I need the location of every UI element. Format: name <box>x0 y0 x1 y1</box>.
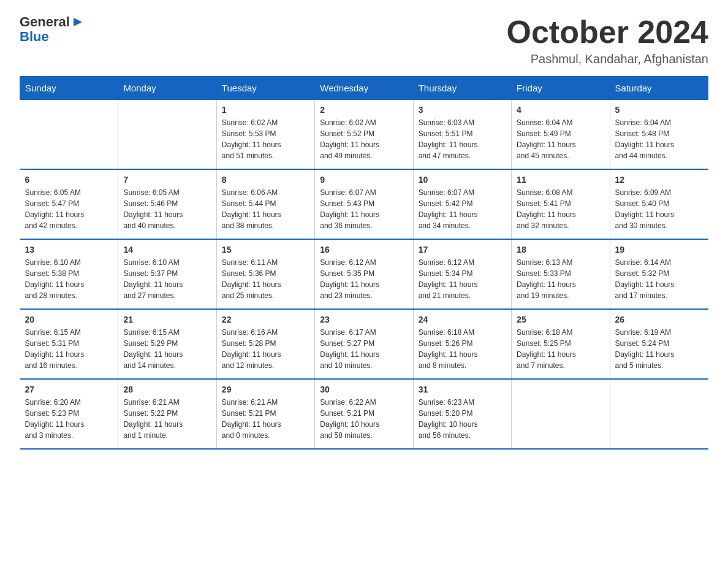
day-info: Sunrise: 6:04 AM Sunset: 5:48 PM Dayligh… <box>615 117 703 161</box>
day-number: 20 <box>25 315 113 324</box>
calendar-week-row: 1Sunrise: 6:02 AM Sunset: 5:53 PM Daylig… <box>20 100 708 170</box>
day-number: 21 <box>123 315 211 324</box>
day-number: 23 <box>320 315 408 324</box>
day-number: 18 <box>517 245 604 255</box>
day-info: Sunrise: 6:21 AM Sunset: 5:22 PM Dayligh… <box>123 397 211 441</box>
logo-blue: Blue <box>20 29 85 44</box>
day-number: 30 <box>320 385 408 394</box>
day-number: 29 <box>222 385 309 394</box>
day-number: 12 <box>615 175 703 185</box>
day-info: Sunrise: 6:06 AM Sunset: 5:44 PM Dayligh… <box>222 187 309 231</box>
day-number: 14 <box>123 245 211 255</box>
day-number: 11 <box>517 175 604 185</box>
day-info: Sunrise: 6:05 AM Sunset: 5:46 PM Dayligh… <box>123 187 211 231</box>
day-number: 4 <box>517 105 604 115</box>
day-info: Sunrise: 6:10 AM Sunset: 5:37 PM Dayligh… <box>123 257 211 301</box>
col-header-sunday: Sunday <box>20 77 118 100</box>
calendar-week-row: 13Sunrise: 6:10 AM Sunset: 5:38 PM Dayli… <box>20 239 708 309</box>
calendar-cell: 25Sunrise: 6:18 AM Sunset: 5:25 PM Dayli… <box>512 309 610 379</box>
calendar-cell <box>512 379 610 449</box>
calendar-table: SundayMondayTuesdayWednesdayThursdayFrid… <box>20 76 708 450</box>
calendar-cell <box>118 100 216 170</box>
day-number: 31 <box>419 385 506 394</box>
day-number: 17 <box>419 245 506 255</box>
day-info: Sunrise: 6:02 AM Sunset: 5:53 PM Dayligh… <box>222 117 309 161</box>
calendar-cell: 8Sunrise: 6:06 AM Sunset: 5:44 PM Daylig… <box>216 169 314 239</box>
calendar-cell: 24Sunrise: 6:18 AM Sunset: 5:26 PM Dayli… <box>413 309 511 379</box>
day-info: Sunrise: 6:21 AM Sunset: 5:21 PM Dayligh… <box>222 397 309 441</box>
calendar-cell: 4Sunrise: 6:04 AM Sunset: 5:49 PM Daylig… <box>512 100 610 170</box>
day-number: 13 <box>25 245 113 255</box>
day-number: 9 <box>320 175 408 185</box>
logo: General Blue <box>20 15 85 44</box>
day-info: Sunrise: 6:11 AM Sunset: 5:36 PM Dayligh… <box>222 257 309 301</box>
day-number: 7 <box>123 175 211 185</box>
day-info: Sunrise: 6:22 AM Sunset: 5:21 PM Dayligh… <box>320 397 408 441</box>
day-info: Sunrise: 6:07 AM Sunset: 5:42 PM Dayligh… <box>419 187 506 231</box>
calendar-cell: 27Sunrise: 6:20 AM Sunset: 5:23 PM Dayli… <box>20 379 118 449</box>
col-header-thursday: Thursday <box>413 77 511 100</box>
calendar-cell: 23Sunrise: 6:17 AM Sunset: 5:27 PM Dayli… <box>315 309 413 379</box>
calendar-cell: 20Sunrise: 6:15 AM Sunset: 5:31 PM Dayli… <box>20 309 118 379</box>
day-info: Sunrise: 6:08 AM Sunset: 5:41 PM Dayligh… <box>517 187 604 231</box>
title-block: October 2024 Pashmul, Kandahar, Afghanis… <box>507 15 709 66</box>
calendar-cell: 12Sunrise: 6:09 AM Sunset: 5:40 PM Dayli… <box>610 169 708 239</box>
col-header-wednesday: Wednesday <box>315 77 413 100</box>
calendar-cell: 3Sunrise: 6:03 AM Sunset: 5:51 PM Daylig… <box>413 100 511 170</box>
day-number: 2 <box>320 105 408 115</box>
day-number: 5 <box>615 105 703 115</box>
calendar-cell: 7Sunrise: 6:05 AM Sunset: 5:46 PM Daylig… <box>118 169 216 239</box>
calendar-cell: 6Sunrise: 6:05 AM Sunset: 5:47 PM Daylig… <box>20 169 118 239</box>
day-info: Sunrise: 6:03 AM Sunset: 5:51 PM Dayligh… <box>419 117 506 161</box>
calendar-cell: 28Sunrise: 6:21 AM Sunset: 5:22 PM Dayli… <box>118 379 216 449</box>
day-info: Sunrise: 6:10 AM Sunset: 5:38 PM Dayligh… <box>25 257 113 301</box>
calendar-cell: 30Sunrise: 6:22 AM Sunset: 5:21 PM Dayli… <box>315 379 413 449</box>
day-number: 1 <box>222 105 309 115</box>
calendar-cell: 2Sunrise: 6:02 AM Sunset: 5:52 PM Daylig… <box>315 100 413 170</box>
day-info: Sunrise: 6:14 AM Sunset: 5:32 PM Dayligh… <box>615 257 703 301</box>
day-number: 6 <box>25 175 113 185</box>
col-header-monday: Monday <box>118 77 216 100</box>
calendar-cell: 26Sunrise: 6:19 AM Sunset: 5:24 PM Dayli… <box>610 309 708 379</box>
day-number: 8 <box>222 175 309 185</box>
page-header: General Blue October 2024 Pashmul, Kanda… <box>20 15 708 66</box>
day-number: 26 <box>615 315 703 324</box>
calendar-cell: 22Sunrise: 6:16 AM Sunset: 5:28 PM Dayli… <box>216 309 314 379</box>
day-info: Sunrise: 6:12 AM Sunset: 5:34 PM Dayligh… <box>419 257 506 301</box>
day-number: 19 <box>615 245 703 255</box>
day-number: 28 <box>123 385 211 394</box>
day-number: 3 <box>419 105 506 115</box>
col-header-friday: Friday <box>512 77 610 100</box>
day-info: Sunrise: 6:20 AM Sunset: 5:23 PM Dayligh… <box>25 397 113 441</box>
day-info: Sunrise: 6:18 AM Sunset: 5:26 PM Dayligh… <box>419 327 506 371</box>
month-title: October 2024 <box>507 15 709 50</box>
calendar-cell <box>20 100 118 170</box>
col-header-tuesday: Tuesday <box>216 77 314 100</box>
calendar-cell: 21Sunrise: 6:15 AM Sunset: 5:29 PM Dayli… <box>118 309 216 379</box>
day-info: Sunrise: 6:07 AM Sunset: 5:43 PM Dayligh… <box>320 187 408 231</box>
calendar-cell <box>610 379 708 449</box>
day-number: 16 <box>320 245 408 255</box>
day-info: Sunrise: 6:19 AM Sunset: 5:24 PM Dayligh… <box>615 327 703 371</box>
day-info: Sunrise: 6:17 AM Sunset: 5:27 PM Dayligh… <box>320 327 408 371</box>
calendar-cell: 10Sunrise: 6:07 AM Sunset: 5:42 PM Dayli… <box>413 169 511 239</box>
col-header-saturday: Saturday <box>610 77 708 100</box>
day-number: 22 <box>222 315 309 324</box>
day-number: 24 <box>419 315 506 324</box>
day-info: Sunrise: 6:13 AM Sunset: 5:33 PM Dayligh… <box>517 257 604 301</box>
day-number: 27 <box>25 385 113 394</box>
calendar-cell: 14Sunrise: 6:10 AM Sunset: 5:37 PM Dayli… <box>118 239 216 309</box>
day-info: Sunrise: 6:15 AM Sunset: 5:29 PM Dayligh… <box>123 327 211 371</box>
calendar-week-row: 6Sunrise: 6:05 AM Sunset: 5:47 PM Daylig… <box>20 169 708 239</box>
calendar-cell: 17Sunrise: 6:12 AM Sunset: 5:34 PM Dayli… <box>413 239 511 309</box>
calendar-week-row: 20Sunrise: 6:15 AM Sunset: 5:31 PM Dayli… <box>20 309 708 379</box>
day-info: Sunrise: 6:12 AM Sunset: 5:35 PM Dayligh… <box>320 257 408 301</box>
day-info: Sunrise: 6:16 AM Sunset: 5:28 PM Dayligh… <box>222 327 309 371</box>
svg-marker-0 <box>74 18 82 26</box>
location-subtitle: Pashmul, Kandahar, Afghanistan <box>507 52 709 66</box>
logo-general: General <box>20 15 70 29</box>
calendar-cell: 9Sunrise: 6:07 AM Sunset: 5:43 PM Daylig… <box>315 169 413 239</box>
day-info: Sunrise: 6:18 AM Sunset: 5:25 PM Dayligh… <box>517 327 604 371</box>
calendar-cell: 1Sunrise: 6:02 AM Sunset: 5:53 PM Daylig… <box>216 100 314 170</box>
day-info: Sunrise: 6:04 AM Sunset: 5:49 PM Dayligh… <box>517 117 604 161</box>
